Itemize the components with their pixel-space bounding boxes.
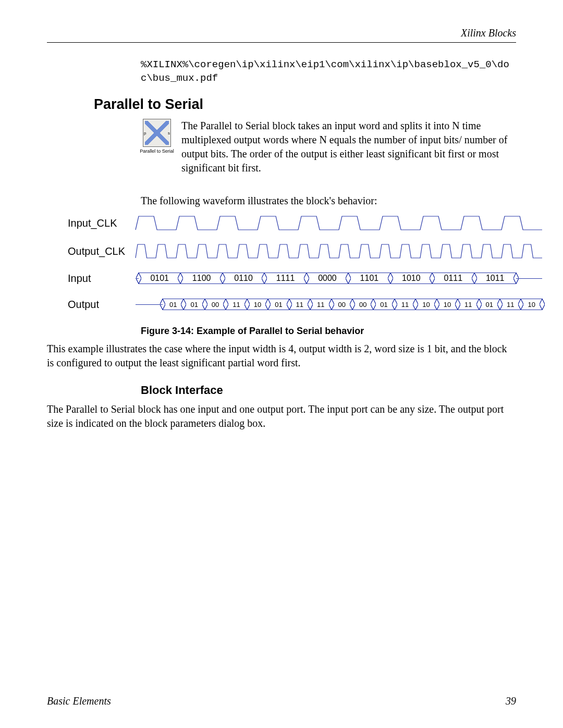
bus-cell: 01 [183,299,204,310]
bus-cell: 01 [373,299,394,310]
bus-cell: 00 [352,299,373,310]
xilinx-x-icon: p s [145,121,169,145]
waveform-label-input: Input [68,273,136,285]
bus-cell: 10 [521,299,542,310]
intro-row: p s Parallel to Serial The Parallel to S… [141,119,516,182]
bus-cell: 11 [226,299,247,310]
bus-cell: 11 [458,299,479,310]
bus-cell: 10 [415,299,436,310]
waveform-signal-input-clk [136,215,542,231]
bus-cell: 11 [500,299,521,310]
bus-cell: 0101 [139,273,180,284]
file-path-line-2: c\bus_mux.pdf [141,72,218,84]
bus-trail [516,278,542,279]
bus-cell: 01 [268,299,289,310]
waveform-label-output-clk: Output_CLK [68,245,136,257]
bus-cell: 11 [395,299,415,310]
clock-wave-icon [136,215,542,231]
subheading-block-interface: Block Interface [141,384,516,397]
bus-cell: 10 [437,299,458,310]
bus-cell: 1011 [474,273,516,284]
waveform-diagram: Input_CLK Output_CLK Input 010111000110 [68,215,542,311]
page-footer: Basic Elements 39 [47,695,516,707]
bus-cell: 01 [479,299,500,310]
waveform-row-input-clk: Input_CLK [68,215,542,231]
bus-cell: 01 [163,299,183,310]
bus-cell: 00 [332,299,352,310]
figure-caption: Figure 3-14: Example of Parallel to Seri… [141,326,516,337]
block-icon-caption: Parallel to Serial [140,149,174,154]
bus-cell: 0110 [223,273,264,284]
waveform-signal-output-clk [136,243,542,259]
bus-lead [136,304,163,305]
bus-cell: 11 [289,299,310,310]
block-icon: p s Parallel to Serial [141,119,173,154]
intro-paragraph: The Parallel to Serial block takes an in… [181,119,516,175]
clock-wave-icon [136,243,542,259]
waveform-label-output: Output [68,299,136,311]
block-port-right: s [168,131,170,135]
waveform-row-output-clk: Output_CLK [68,243,542,259]
page: Xilinx Blocks %XILINX%\coregen\ip\xilinx… [0,0,563,728]
figure-explain: This example illustrates the case where … [47,342,516,370]
bus-cell: 1101 [348,273,390,284]
footer-left: Basic Elements [47,695,111,707]
bus-cell: 11 [310,299,331,310]
block-port-left: p [144,131,146,135]
waveform-label-input-clk: Input_CLK [68,217,136,229]
footer-page-number: 39 [506,695,516,707]
bus-cell: 1100 [180,273,222,284]
header-rule [47,42,516,43]
file-path: %XILINX%\coregen\ip\xilinx\eip1\com\xili… [141,58,516,85]
bus-cell: 0111 [432,273,474,284]
waveform-row-input: Input 0101110001101111000011011010011110… [68,272,542,285]
waveform-bus-output: 010100111001111100000111101011011110 [136,298,542,311]
section-title: Parallel to Serial [94,96,516,113]
bus-cell: 1010 [390,273,432,284]
waveform-row-output: Output 010100111001111100000111101011011… [68,298,542,311]
waveform-lead: The following waveform illustrates the b… [141,194,516,208]
block-icon-box: p s [143,119,171,147]
bus-cell: 0000 [307,273,348,284]
block-interface-body: The Parallel to Serial block has one inp… [47,402,516,430]
bus-cell: 1111 [264,273,306,284]
waveform-bus-input: 010111000110111100001101101001111011 [136,272,542,285]
bus-cell: 10 [247,299,268,310]
running-head: Xilinx Blocks [47,27,516,39]
file-path-line-1: %XILINX%\coregen\ip\xilinx\eip1\com\xili… [141,59,509,70]
bus-cell: 00 [205,299,226,310]
